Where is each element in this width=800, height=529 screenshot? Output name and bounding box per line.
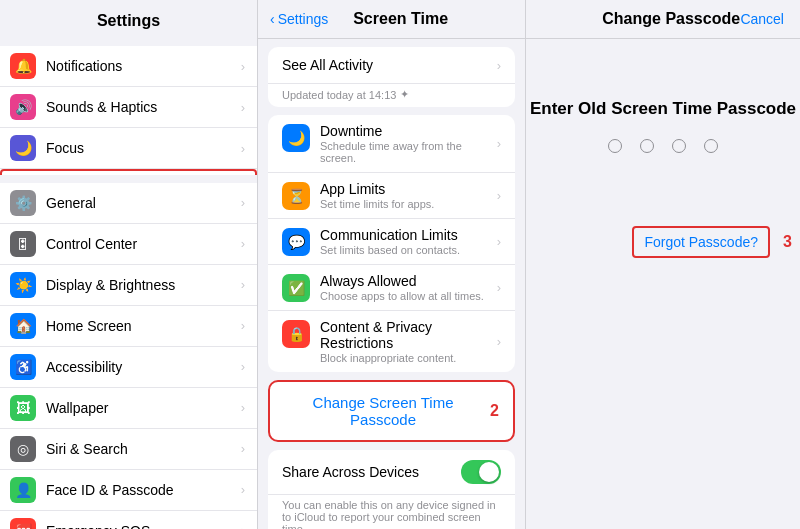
- always-allowed-icon: ✅: [282, 274, 310, 302]
- chevron-icon: ›: [241, 59, 245, 74]
- chevron-icon: ›: [241, 523, 245, 529]
- chevron-icon: ›: [497, 188, 501, 203]
- chevron-icon: ›: [241, 141, 245, 156]
- content-privacy-label: Content & Privacy Restrictions: [320, 319, 497, 351]
- sidebar-item-emergency[interactable]: 🆘 Emergency SOS ›: [0, 511, 257, 529]
- chevron-icon: ›: [241, 195, 245, 210]
- wallpaper-icon: 🖼: [10, 395, 36, 421]
- focus-icon: 🌙: [10, 135, 36, 161]
- accessibility-label: Accessibility: [46, 359, 241, 375]
- settings-group-1: 🔔 Notifications › 🔊 Sounds & Haptics › 🌙…: [0, 46, 257, 175]
- passcode-dot-1: [608, 139, 622, 153]
- control-center-icon: 🎛: [10, 231, 36, 257]
- passcode-dots: [608, 139, 718, 153]
- sidebar-item-notifications[interactable]: 🔔 Notifications ›: [0, 46, 257, 87]
- share-desc: You can enable this on any device signed…: [268, 495, 515, 529]
- chevron-icon: ›: [241, 441, 245, 456]
- chevron-icon: ›: [497, 234, 501, 249]
- see-all-chevron: ›: [497, 58, 501, 73]
- accessibility-icon: ♿: [10, 354, 36, 380]
- focus-label: Focus: [46, 140, 241, 156]
- wallpaper-label: Wallpaper: [46, 400, 241, 416]
- display-label: Display & Brightness: [46, 277, 241, 293]
- chevron-icon: ›: [497, 136, 501, 151]
- general-icon: ⚙️: [10, 190, 36, 216]
- settings-group-2: ⚙️ General › 🎛 Control Center › ☀️ Displ…: [0, 183, 257, 529]
- annotation-2: 2: [490, 402, 499, 420]
- comm-limits-item[interactable]: 💬 Communication Limits Set limits based …: [268, 219, 515, 265]
- chevron-icon: ›: [241, 277, 245, 292]
- emergency-label: Emergency SOS: [46, 523, 241, 529]
- content-privacy-item[interactable]: 🔒 Content & Privacy Restrictions Block i…: [268, 311, 515, 372]
- chevron-icon: ›: [497, 334, 501, 349]
- always-allowed-label: Always Allowed: [320, 273, 497, 289]
- notifications-icon: 🔔: [10, 53, 36, 79]
- chevron-icon: ›: [241, 359, 245, 374]
- share-toggle[interactable]: [461, 460, 501, 484]
- sidebar-item-wallpaper[interactable]: 🖼 Wallpaper ›: [0, 388, 257, 429]
- sidebar-item-control-center[interactable]: 🎛 Control Center ›: [0, 224, 257, 265]
- screen-time-body: See All Activity › Updated today at 14:1…: [258, 39, 525, 529]
- sounds-label: Sounds & Haptics: [46, 99, 241, 115]
- chevron-icon: ›: [497, 280, 501, 295]
- change-passcode-row[interactable]: Change Screen Time Passcode 2: [268, 380, 515, 442]
- always-allowed-desc: Choose apps to allow at all times.: [320, 290, 497, 302]
- general-label: General: [46, 195, 241, 211]
- sidebar-item-home-screen[interactable]: 🏠 Home Screen ›: [0, 306, 257, 347]
- sparkle-icon: ✦: [400, 88, 409, 101]
- change-passcode-panel: Change Passcode Cancel Enter Old Screen …: [526, 0, 800, 529]
- toggle-knob: [479, 462, 499, 482]
- faceid-icon: 👤: [10, 477, 36, 503]
- see-all-row[interactable]: See All Activity ›: [268, 47, 515, 84]
- sounds-icon: 🔊: [10, 94, 36, 120]
- share-label: Share Across Devices: [282, 464, 461, 480]
- passcode-prompt: Enter Old Screen Time Passcode: [530, 99, 796, 119]
- see-all-section: See All Activity › Updated today at 14:1…: [268, 47, 515, 107]
- app-limits-label: App Limits: [320, 181, 497, 197]
- forgot-passcode-button[interactable]: Forgot Passcode?: [632, 226, 770, 258]
- screen-time-header: ‹ Settings Screen Time: [258, 0, 525, 39]
- passcode-title: Change Passcode: [602, 10, 740, 28]
- content-privacy-icon: 🔒: [282, 320, 310, 348]
- control-center-label: Control Center: [46, 236, 241, 252]
- sidebar-item-general[interactable]: ⚙️ General ›: [0, 183, 257, 224]
- share-row[interactable]: Share Across Devices: [268, 450, 515, 495]
- passcode-dot-4: [704, 139, 718, 153]
- screen-time-panel: ‹ Settings Screen Time See All Activity …: [258, 0, 526, 529]
- always-allowed-item[interactable]: ✅ Always Allowed Choose apps to allow at…: [268, 265, 515, 311]
- sidebar-item-display[interactable]: ☀️ Display & Brightness ›: [0, 265, 257, 306]
- app-limits-desc: Set time limits for apps.: [320, 198, 497, 210]
- annotation-3: 3: [783, 233, 792, 251]
- downtime-icon: 🌙: [282, 124, 310, 152]
- passcode-dot-2: [640, 139, 654, 153]
- screen-time-title: Screen Time: [288, 10, 513, 28]
- features-section: 🌙 Downtime Schedule time away from the s…: [268, 115, 515, 372]
- passcode-body: Enter Old Screen Time Passcode Forgot Pa…: [526, 39, 800, 251]
- home-screen-label: Home Screen: [46, 318, 241, 334]
- sidebar-item-siri[interactable]: ◎ Siri & Search ›: [0, 429, 257, 470]
- emergency-icon: 🆘: [10, 518, 36, 529]
- comm-limits-icon: 💬: [282, 228, 310, 256]
- settings-panel: Settings 🔔 Notifications › 🔊 Sounds & Ha…: [0, 0, 258, 529]
- notifications-label: Notifications: [46, 58, 241, 74]
- comm-limits-desc: Set limits based on contacts.: [320, 244, 497, 256]
- downtime-label: Downtime: [320, 123, 497, 139]
- sidebar-item-faceid[interactable]: 👤 Face ID & Passcode ›: [0, 470, 257, 511]
- siri-label: Siri & Search: [46, 441, 241, 457]
- faceid-label: Face ID & Passcode: [46, 482, 241, 498]
- downtime-item[interactable]: 🌙 Downtime Schedule time away from the s…: [268, 115, 515, 173]
- sidebar-item-accessibility[interactable]: ♿ Accessibility ›: [0, 347, 257, 388]
- cancel-button[interactable]: Cancel: [740, 11, 784, 27]
- sidebar-item-screen-time[interactable]: ⏱ Screen Time › 1: [0, 169, 257, 175]
- home-screen-icon: 🏠: [10, 313, 36, 339]
- app-limits-item[interactable]: ⏳ App Limits Set time limits for apps. ›: [268, 173, 515, 219]
- app-limits-icon: ⏳: [282, 182, 310, 210]
- share-section: Share Across Devices You can enable this…: [268, 450, 515, 529]
- sidebar-item-sounds[interactable]: 🔊 Sounds & Haptics ›: [0, 87, 257, 128]
- sidebar-item-focus[interactable]: 🌙 Focus ›: [0, 128, 257, 169]
- updated-text: Updated today at 14:13 ✦: [268, 84, 515, 107]
- chevron-icon: ›: [241, 318, 245, 333]
- chevron-icon: ›: [241, 100, 245, 115]
- content-privacy-desc: Block inappropriate content.: [320, 352, 497, 364]
- change-passcode-label: Change Screen Time Passcode: [284, 394, 482, 428]
